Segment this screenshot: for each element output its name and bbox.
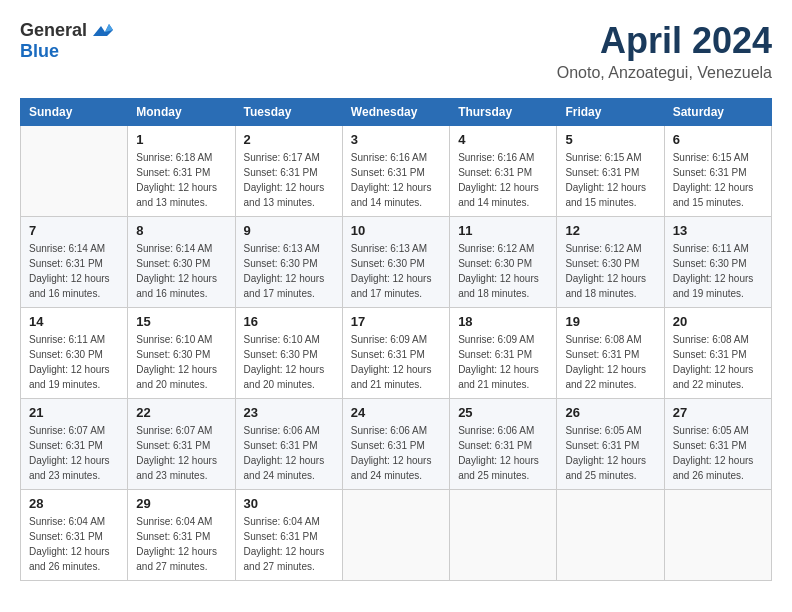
day-number: 9 [244,223,334,238]
day-number: 20 [673,314,763,329]
day-info: Sunrise: 6:05 AMSunset: 6:31 PMDaylight:… [673,423,763,483]
day-number: 10 [351,223,441,238]
day-info: Sunrise: 6:18 AMSunset: 6:31 PMDaylight:… [136,150,226,210]
calendar-cell: 1Sunrise: 6:18 AMSunset: 6:31 PMDaylight… [128,126,235,217]
day-number: 25 [458,405,548,420]
weekday-header-friday: Friday [557,99,664,126]
calendar-cell: 25Sunrise: 6:06 AMSunset: 6:31 PMDayligh… [450,399,557,490]
calendar-cell [21,126,128,217]
calendar-week-row: 21Sunrise: 6:07 AMSunset: 6:31 PMDayligh… [21,399,772,490]
calendar-week-row: 14Sunrise: 6:11 AMSunset: 6:30 PMDayligh… [21,308,772,399]
calendar-cell: 15Sunrise: 6:10 AMSunset: 6:30 PMDayligh… [128,308,235,399]
calendar-header-row: SundayMondayTuesdayWednesdayThursdayFrid… [21,99,772,126]
day-number: 1 [136,132,226,147]
day-info: Sunrise: 6:07 AMSunset: 6:31 PMDaylight:… [29,423,119,483]
logo-blue-text: Blue [20,41,59,62]
calendar-cell: 9Sunrise: 6:13 AMSunset: 6:30 PMDaylight… [235,217,342,308]
day-info: Sunrise: 6:04 AMSunset: 6:31 PMDaylight:… [244,514,334,574]
day-info: Sunrise: 6:06 AMSunset: 6:31 PMDaylight:… [351,423,441,483]
weekday-header-saturday: Saturday [664,99,771,126]
day-info: Sunrise: 6:06 AMSunset: 6:31 PMDaylight:… [458,423,548,483]
calendar-cell: 18Sunrise: 6:09 AMSunset: 6:31 PMDayligh… [450,308,557,399]
calendar-cell: 27Sunrise: 6:05 AMSunset: 6:31 PMDayligh… [664,399,771,490]
calendar-cell [664,490,771,581]
day-number: 28 [29,496,119,511]
day-info: Sunrise: 6:13 AMSunset: 6:30 PMDaylight:… [244,241,334,301]
day-number: 23 [244,405,334,420]
calendar-cell: 10Sunrise: 6:13 AMSunset: 6:30 PMDayligh… [342,217,449,308]
day-info: Sunrise: 6:09 AMSunset: 6:31 PMDaylight:… [351,332,441,392]
day-number: 4 [458,132,548,147]
calendar-cell: 16Sunrise: 6:10 AMSunset: 6:30 PMDayligh… [235,308,342,399]
day-number: 19 [565,314,655,329]
day-info: Sunrise: 6:09 AMSunset: 6:31 PMDaylight:… [458,332,548,392]
calendar-cell: 5Sunrise: 6:15 AMSunset: 6:31 PMDaylight… [557,126,664,217]
calendar-cell: 14Sunrise: 6:11 AMSunset: 6:30 PMDayligh… [21,308,128,399]
day-number: 5 [565,132,655,147]
calendar-cell: 7Sunrise: 6:14 AMSunset: 6:31 PMDaylight… [21,217,128,308]
day-info: Sunrise: 6:17 AMSunset: 6:31 PMDaylight:… [244,150,334,210]
day-number: 29 [136,496,226,511]
day-info: Sunrise: 6:11 AMSunset: 6:30 PMDaylight:… [29,332,119,392]
day-number: 13 [673,223,763,238]
day-info: Sunrise: 6:05 AMSunset: 6:31 PMDaylight:… [565,423,655,483]
title-area: April 2024 Onoto, Anzoategui, Venezuela [557,20,772,82]
day-number: 30 [244,496,334,511]
day-number: 16 [244,314,334,329]
calendar-cell: 29Sunrise: 6:04 AMSunset: 6:31 PMDayligh… [128,490,235,581]
day-info: Sunrise: 6:10 AMSunset: 6:30 PMDaylight:… [136,332,226,392]
logo: General Blue [20,20,113,62]
calendar-cell [342,490,449,581]
day-info: Sunrise: 6:08 AMSunset: 6:31 PMDaylight:… [565,332,655,392]
day-info: Sunrise: 6:12 AMSunset: 6:30 PMDaylight:… [458,241,548,301]
calendar-cell: 23Sunrise: 6:06 AMSunset: 6:31 PMDayligh… [235,399,342,490]
day-info: Sunrise: 6:14 AMSunset: 6:30 PMDaylight:… [136,241,226,301]
day-info: Sunrise: 6:08 AMSunset: 6:31 PMDaylight:… [673,332,763,392]
weekday-header-thursday: Thursday [450,99,557,126]
calendar-cell: 26Sunrise: 6:05 AMSunset: 6:31 PMDayligh… [557,399,664,490]
calendar-cell: 11Sunrise: 6:12 AMSunset: 6:30 PMDayligh… [450,217,557,308]
day-info: Sunrise: 6:04 AMSunset: 6:31 PMDaylight:… [29,514,119,574]
calendar-cell: 4Sunrise: 6:16 AMSunset: 6:31 PMDaylight… [450,126,557,217]
day-info: Sunrise: 6:15 AMSunset: 6:31 PMDaylight:… [565,150,655,210]
calendar-cell: 2Sunrise: 6:17 AMSunset: 6:31 PMDaylight… [235,126,342,217]
day-number: 11 [458,223,548,238]
day-info: Sunrise: 6:12 AMSunset: 6:30 PMDaylight:… [565,241,655,301]
day-info: Sunrise: 6:06 AMSunset: 6:31 PMDaylight:… [244,423,334,483]
header: General Blue April 2024 Onoto, Anzoategu… [20,20,772,82]
calendar-week-row: 7Sunrise: 6:14 AMSunset: 6:31 PMDaylight… [21,217,772,308]
day-number: 3 [351,132,441,147]
calendar-cell: 6Sunrise: 6:15 AMSunset: 6:31 PMDaylight… [664,126,771,217]
calendar-cell [450,490,557,581]
calendar-cell: 12Sunrise: 6:12 AMSunset: 6:30 PMDayligh… [557,217,664,308]
calendar-cell [557,490,664,581]
day-number: 22 [136,405,226,420]
calendar-cell: 3Sunrise: 6:16 AMSunset: 6:31 PMDaylight… [342,126,449,217]
month-year-title: April 2024 [557,20,772,62]
location-subtitle: Onoto, Anzoategui, Venezuela [557,64,772,82]
day-number: 12 [565,223,655,238]
calendar-body: 1Sunrise: 6:18 AMSunset: 6:31 PMDaylight… [21,126,772,581]
calendar-cell: 22Sunrise: 6:07 AMSunset: 6:31 PMDayligh… [128,399,235,490]
day-number: 26 [565,405,655,420]
calendar-cell: 21Sunrise: 6:07 AMSunset: 6:31 PMDayligh… [21,399,128,490]
calendar-week-row: 28Sunrise: 6:04 AMSunset: 6:31 PMDayligh… [21,490,772,581]
calendar-cell: 20Sunrise: 6:08 AMSunset: 6:31 PMDayligh… [664,308,771,399]
day-info: Sunrise: 6:16 AMSunset: 6:31 PMDaylight:… [458,150,548,210]
day-info: Sunrise: 6:07 AMSunset: 6:31 PMDaylight:… [136,423,226,483]
day-number: 14 [29,314,119,329]
calendar-cell: 17Sunrise: 6:09 AMSunset: 6:31 PMDayligh… [342,308,449,399]
logo-general-text: General [20,20,87,41]
calendar-cell: 30Sunrise: 6:04 AMSunset: 6:31 PMDayligh… [235,490,342,581]
day-info: Sunrise: 6:16 AMSunset: 6:31 PMDaylight:… [351,150,441,210]
calendar-week-row: 1Sunrise: 6:18 AMSunset: 6:31 PMDaylight… [21,126,772,217]
weekday-header-tuesday: Tuesday [235,99,342,126]
day-number: 27 [673,405,763,420]
calendar-cell: 13Sunrise: 6:11 AMSunset: 6:30 PMDayligh… [664,217,771,308]
calendar-table: SundayMondayTuesdayWednesdayThursdayFrid… [20,98,772,581]
day-info: Sunrise: 6:13 AMSunset: 6:30 PMDaylight:… [351,241,441,301]
day-number: 17 [351,314,441,329]
day-number: 21 [29,405,119,420]
weekday-header-monday: Monday [128,99,235,126]
day-number: 2 [244,132,334,147]
